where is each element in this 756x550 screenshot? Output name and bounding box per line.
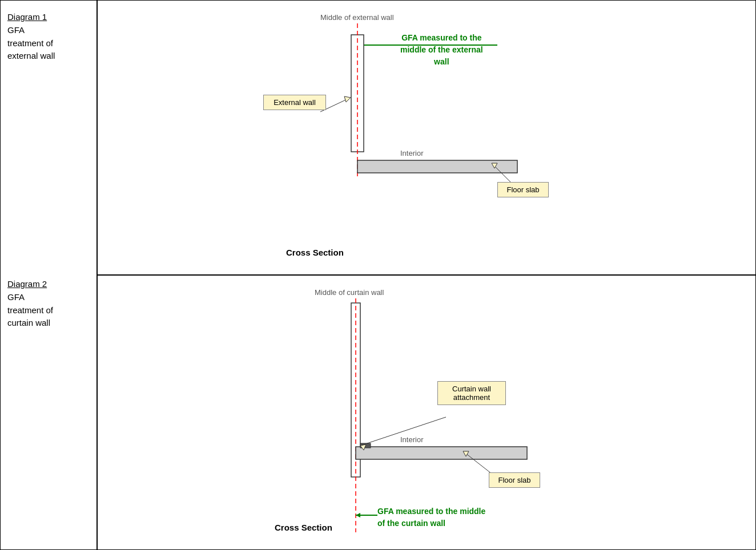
svg-marker-16 xyxy=(356,513,360,517)
diagram1-interior-text: Interior xyxy=(400,149,424,157)
diagram1-cross-section: Cross Section xyxy=(286,248,344,257)
diagram1-title: Diagram 1 xyxy=(7,12,90,22)
floor-slab-1-callout: Floor slab xyxy=(497,182,549,197)
diagram1-description: GFAtreatment ofexternal wall xyxy=(7,24,90,63)
diagram1-label: Diagram 1 GFAtreatment ofexternal wall xyxy=(7,6,90,269)
right-panel: Middle of external wall GFA measured to … xyxy=(98,1,755,549)
svg-text:Interior: Interior xyxy=(400,435,424,444)
curtain-wall-attachment-callout: Curtain wallattachment xyxy=(437,381,506,405)
external-wall-callout: External wall xyxy=(263,95,326,110)
diagram2-description: GFAtreatment ofcurtain wall xyxy=(7,291,90,330)
svg-marker-7 xyxy=(344,96,351,102)
svg-rect-12 xyxy=(356,447,527,459)
diagram1-area: Middle of external wall GFA measured to … xyxy=(98,1,755,276)
diagram2-label: Diagram 2 GFAtreatment ofcurtain wall xyxy=(7,273,90,330)
diagram2-area: Middle of curtain wall GFA measured to t… xyxy=(98,276,755,549)
diagram2-cross-section: Cross Section xyxy=(275,523,332,532)
floor-slab-2-callout: Floor slab xyxy=(489,472,540,488)
left-panel: Diagram 1 GFAtreatment ofexternal wall D… xyxy=(1,1,98,549)
diagram2-title: Diagram 2 xyxy=(7,279,90,289)
diagram1-svg: Interior xyxy=(98,1,612,276)
diagram2-svg: Interior xyxy=(98,276,612,549)
page: Diagram 1 GFAtreatment ofexternal wall D… xyxy=(0,0,756,550)
